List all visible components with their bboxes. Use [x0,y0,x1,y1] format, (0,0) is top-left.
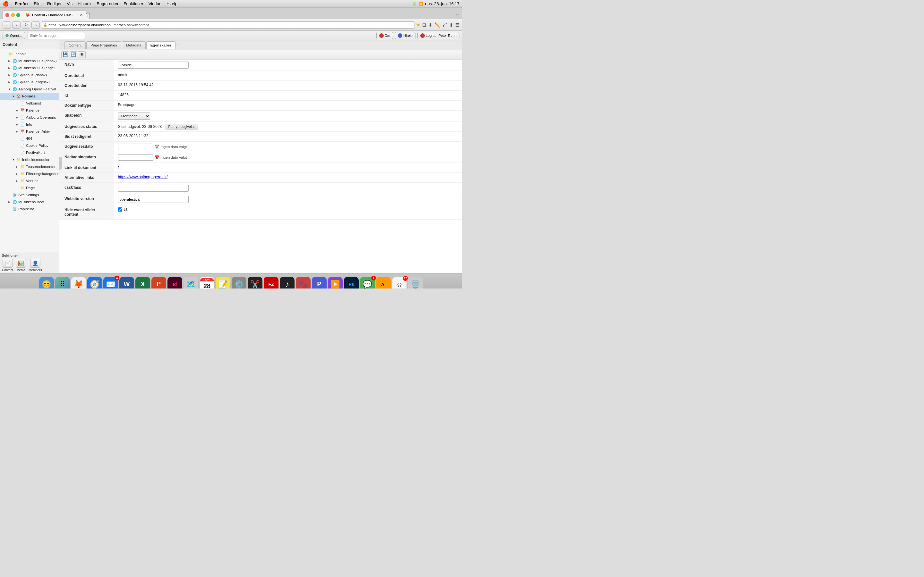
tab-egenskaber[interactable]: Egenskaber [146,41,176,49]
minimize-window-btn[interactable] [11,13,15,17]
forward-button[interactable]: › [12,21,21,29]
tree-item-papirkurv[interactable]: 🗑️ Papirkurv [0,205,59,213]
section-content[interactable]: 📄 Content [2,259,13,272]
tab-close-btn[interactable]: ✕ [79,13,83,17]
tree-item-cookie[interactable]: 📄 Cookie Policy [0,142,59,149]
save-button[interactable]: 💾 [61,51,69,58]
menu-icon[interactable]: ☰ [455,22,459,28]
menu-vis[interactable]: Vis [67,1,73,6]
close-window-btn[interactable] [5,13,9,17]
menu-firefox[interactable]: Firefox [15,1,29,6]
apple-menu[interactable]: 🍎 [3,1,9,7]
dock-finder[interactable]: 😊 [39,277,54,289]
tab-overflow-btn[interactable]: ⌄ [455,11,459,17]
tree-item-dage[interactable]: 📁 Dage [0,184,59,191]
dock-trash[interactable]: 🗑️ [408,277,423,289]
calendar-icon-udgivelse[interactable]: 📅 [155,145,160,149]
tabs-scroll-left[interactable]: ‹ [61,43,64,47]
tree-item-aalborg-opera[interactable]: ▼ 🌐 Aalborg Opera Festival [0,85,59,93]
link-til-dokument[interactable]: / [118,165,119,169]
tree-item-kalender-arkiv[interactable]: ▶ 📅 Kalender Arkiv [0,128,59,135]
dock-excel[interactable]: X [136,277,150,289]
menu-filer[interactable]: Filer [34,1,42,6]
reload-button[interactable]: ↻ [22,21,30,29]
tab-page-properties[interactable]: Page Properties [86,41,121,49]
browser-tab[interactable]: 🦊 Content - Umbraco CMS - .aalborg... ✕ [3,10,86,19]
tree-item-teaser[interactable]: ▶ 📁 Teasereelementer [0,163,59,170]
dock-filezilla[interactable]: FZ [264,277,278,289]
maximize-window-btn[interactable] [16,13,20,17]
input-website-version[interactable] [118,196,189,203]
dock-script[interactable]: ♪ [280,277,294,289]
tree-item-spisehus-dk[interactable]: ▶ 🌐 Spisehus (dansk) [0,71,59,79]
menu-funktioner[interactable]: Funktioner [124,1,143,6]
tree-item-404[interactable]: 📄 404 [0,135,59,142]
om-button[interactable]: Om [376,32,393,39]
dock-finalcut[interactable]: ✂️ [248,277,262,289]
share-icon[interactable]: ⬆ [449,22,453,28]
search-input[interactable] [27,32,86,39]
home-button[interactable]: ⌂ [31,21,40,29]
sidebar-collapse-handle[interactable]: ‹ [59,157,62,169]
dock-firefox[interactable]: 🦊 [71,277,86,289]
tree-item-musikkens-beat[interactable]: ▶ 🌐 Musikkens Beat [0,198,59,205]
dock-script-editor[interactable]: { } 17 [392,277,407,289]
calendar-icon-nedtagning[interactable]: 📅 [155,155,160,160]
hjaelp-button[interactable]: Hjælp [395,32,415,39]
dock-calendar[interactable]: JUN 28 [200,277,214,289]
tree-item-info[interactable]: ▶ 📄 Info [0,121,59,128]
tree-item-aalborg-operapris[interactable]: ▶ 📄 Aalborg Operapris [0,114,59,121]
tabs-scroll-right[interactable]: › [176,43,179,47]
dock-paw[interactable]: 🐾 [296,277,310,289]
dock-photoshop[interactable]: Ps [344,277,359,289]
tree-item-musikkens-hus-en[interactable]: ▶ 🌐 Musikkens Hus (engelsk) [0,64,59,71]
tree-item-venues[interactable]: ▶ 📁 Venues [0,177,59,184]
dock-powerpoint[interactable]: P [152,277,166,289]
screenshot-icon[interactable]: ✏️ [435,22,441,28]
tree-item-indholdsmoduler[interactable]: ▼ 📁 Indholdsmoduler [0,156,59,163]
input-udgivelsesdato[interactable] [118,143,153,150]
back-button[interactable]: ‹ [3,21,11,29]
dock-proxyman[interactable]: P [312,277,326,289]
section-members[interactable]: 👤 Members [29,259,42,272]
alternative-links[interactable]: https://www.aalborgopera.dk/ [118,175,168,179]
tab-content[interactable]: Content [65,41,86,49]
tree-item-kalender[interactable]: ▶ 📅 Kalender [0,107,59,114]
dock-system-prefs[interactable]: ⚙️ [232,277,246,289]
tree-item-festivalkort[interactable]: 📄 Festivalkort [0,149,59,156]
tree-item-site-settings[interactable]: ⚙️ Site Settings [0,191,59,198]
reader-icon[interactable]: ⊡ [422,22,426,28]
address-bar[interactable]: 🔒 https://www.aalborgopera.dk/umbraco/um… [41,21,415,29]
dock-maps[interactable]: 🗺️ [184,277,198,289]
menu-bogmaerker[interactable]: Bogmærker [97,1,118,6]
menu-rediger[interactable]: Rediger [47,1,62,6]
tree-item-indhold[interactable]: 📁 Indhold [0,50,59,57]
download-icon[interactable]: ⬇ [428,22,433,28]
tab-metadata[interactable]: Metadata [122,41,145,49]
input-navn[interactable] [118,61,189,69]
dock-notes[interactable]: 📝 [216,277,230,289]
bookmark-icon[interactable]: ★ [416,22,420,28]
fortryd-udgivelse-button[interactable]: Fortryd udgivelse [166,124,198,129]
select-skabelon[interactable]: Frontpage [118,113,150,119]
checkbox-hide-slider[interactable] [118,207,122,211]
dock-indesign[interactable]: Id [168,277,182,289]
dock-launchpad[interactable]: ⠿ [55,277,70,289]
menu-historik[interactable]: Historik [78,1,91,6]
dock-mail[interactable]: ✉️ 4 [103,277,118,289]
tree-item-spisehus-en[interactable]: ▶ 🌐 Spisehus (engelsk) [0,79,59,85]
dock-illustrator[interactable]: Ai [376,277,391,289]
menu-hjælp[interactable]: Hjælp [166,1,178,6]
dock-word[interactable]: W [120,277,134,289]
dock-messages[interactable]: 💬 1 [360,277,375,289]
menu-vindue[interactable]: Vindue [149,1,162,6]
tree-item-filtrering[interactable]: ▶ 📁 Filtreringskategorier [0,170,59,177]
new-tab-button[interactable]: + [86,13,90,19]
input-nedtagningsdato[interactable] [118,154,153,161]
input-cssclass[interactable] [118,185,189,192]
refresh-button[interactable]: 🔄 [69,51,78,58]
pen-icon[interactable]: 🖊 [443,22,447,27]
logout-button[interactable]: Log ud: Peter Rønn [417,32,459,39]
dock-safari[interactable]: 🧭 [87,277,102,289]
section-media[interactable]: 🖼️ Media [16,259,26,272]
